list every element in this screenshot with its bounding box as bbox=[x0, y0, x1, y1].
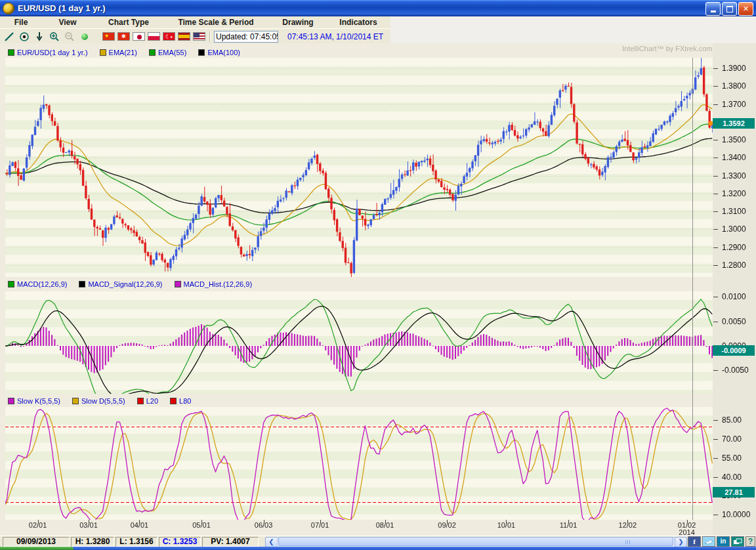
menu-bar: File View Chart Type Time Scale & Period… bbox=[0, 16, 390, 28]
status-date: 09/09/2013 bbox=[3, 537, 70, 547]
menu-indicators[interactable]: Indicators bbox=[328, 18, 388, 27]
window-title: EUR/USD (1 day 1 yr.) bbox=[18, 3, 106, 13]
legend-item: Slow D(5,5,5) bbox=[72, 397, 125, 405]
legend-item: L80 bbox=[170, 397, 191, 405]
legend-label: MACD_Signal(12,26,9) bbox=[88, 280, 162, 288]
legend-swatch bbox=[175, 281, 181, 287]
legend-item: MACD_Signal(12,26,9) bbox=[79, 280, 162, 288]
zoom-in-tool-icon[interactable] bbox=[49, 32, 60, 42]
stoch-tick-label: 70.00 bbox=[722, 434, 742, 444]
status-low: L: 1.3156 bbox=[116, 537, 158, 547]
toolbar-separator bbox=[209, 32, 211, 42]
legend-swatch bbox=[149, 49, 156, 56]
legend-label: EMA(55) bbox=[158, 49, 186, 56]
legend-swatch bbox=[100, 49, 106, 56]
legend-item: EMA(55) bbox=[149, 49, 186, 56]
date-axis-label: 03/01 bbox=[79, 522, 98, 529]
legend-label: EMA(21) bbox=[109, 49, 137, 56]
hong-kong-flag-icon[interactable]: ✽ bbox=[117, 32, 130, 41]
scroll-left-arrow[interactable]: ❮ bbox=[265, 537, 278, 547]
down-arrow-tool-icon[interactable] bbox=[33, 32, 45, 42]
date-axis-label: 02/01 bbox=[29, 522, 47, 529]
linkedin-icon[interactable]: in bbox=[717, 536, 730, 547]
legend-label: L80 bbox=[179, 397, 191, 405]
stoch-tick-label: 85.00 bbox=[722, 415, 742, 425]
menu-chart-type[interactable]: Chart Type bbox=[93, 18, 164, 27]
legend-swatch bbox=[72, 398, 79, 404]
legend-item: MACD_Hist.(12,26,9) bbox=[175, 280, 253, 288]
current-price-box: 1.3592 bbox=[713, 118, 755, 129]
price-tick-label: 1.2900 bbox=[722, 243, 746, 252]
scrollbar-thumb[interactable] bbox=[278, 537, 673, 546]
legend-label: MACD(12,26,9) bbox=[17, 280, 67, 288]
close-button[interactable]: ✕ bbox=[738, 2, 753, 16]
bar-filler bbox=[390, 16, 756, 43]
green-ball-icon bbox=[79, 32, 91, 42]
menu-file[interactable]: File bbox=[0, 18, 42, 27]
price-tick-label: 1.3900 bbox=[722, 64, 746, 73]
help-icon[interactable]: ? bbox=[746, 536, 755, 547]
scroll-right-arrow[interactable]: ❯ bbox=[675, 537, 687, 547]
legend-swatch bbox=[8, 49, 14, 56]
twitter-icon[interactable] bbox=[702, 536, 715, 547]
price-tick-label: 1.3300 bbox=[722, 171, 746, 180]
macd-tick-label: 0.0100 bbox=[722, 292, 746, 301]
poland-flag-icon[interactable] bbox=[148, 32, 160, 41]
legend-item: EMA(21) bbox=[100, 49, 137, 56]
date-axis-label: 11/01 bbox=[560, 522, 578, 529]
price-chart-canvas[interactable] bbox=[0, 43, 756, 536]
date-axis-label: 04/01 bbox=[131, 522, 149, 529]
status-high: H: 1.3280 bbox=[71, 537, 114, 547]
usa-flag-icon[interactable] bbox=[193, 32, 205, 41]
ellipse-tool-icon[interactable] bbox=[18, 32, 30, 42]
macd-tick-label: -0.0050 bbox=[722, 366, 749, 375]
window-bottom-edge bbox=[0, 547, 756, 550]
restore-button[interactable] bbox=[722, 2, 737, 16]
date-axis-label: 12/02 bbox=[619, 522, 637, 529]
turkey-flag-icon[interactable]: ☾ ★ bbox=[163, 32, 175, 41]
macd-tick-label: 0.0050 bbox=[722, 317, 746, 326]
date-axis-label: 08/01 bbox=[376, 522, 394, 529]
menu-view[interactable]: View bbox=[42, 18, 93, 27]
date-axis-label: 06/03 bbox=[255, 522, 273, 529]
menu-drawing[interactable]: Drawing bbox=[268, 18, 328, 27]
date-axis-label: 09/02 bbox=[438, 522, 456, 529]
price-tick-label: 1.3700 bbox=[722, 100, 746, 109]
date-axis-label: 07/01 bbox=[311, 522, 329, 529]
zoom-out-tool-icon[interactable] bbox=[64, 32, 75, 42]
japan-flag-icon[interactable] bbox=[133, 32, 145, 41]
app-window: EUR/USD (1 day 1 yr.) ✕ File View Chart … bbox=[0, 0, 756, 550]
date-axis-label: 05/01 bbox=[192, 522, 211, 529]
share-icon[interactable] bbox=[731, 536, 744, 547]
price-pane-legend: EUR/USD(1 day 1 yr.)EMA(21)EMA(55)EMA(10… bbox=[8, 49, 240, 56]
price-tick-label: 1.3100 bbox=[722, 207, 746, 216]
legend-swatch bbox=[137, 398, 144, 404]
line-tool-icon[interactable] bbox=[3, 32, 15, 42]
date-axis-label: 01/022014 bbox=[678, 522, 696, 536]
legend-label: L20 bbox=[146, 397, 158, 405]
date-axis-label: 10/01 bbox=[497, 522, 516, 529]
china-flag-icon[interactable]: ★ bbox=[102, 32, 115, 41]
legend-swatch bbox=[79, 281, 85, 287]
price-tick-label: 1.3500 bbox=[722, 135, 746, 144]
legend-label: Slow D(5,5,5) bbox=[81, 397, 125, 405]
legend-item: L20 bbox=[137, 397, 158, 405]
legend-item: MACD(12,26,9) bbox=[8, 280, 67, 288]
legend-swatch bbox=[170, 398, 177, 404]
updated-datetime: 07:45:13 AM, 1/10/2014 ET bbox=[287, 32, 383, 41]
price-tick-label: 1.3000 bbox=[722, 224, 746, 234]
stoch-tick-label: 40.00 bbox=[722, 473, 742, 482]
legend-item: Slow K(5,5,5) bbox=[8, 397, 60, 405]
legend-item: EMA(100) bbox=[198, 49, 240, 56]
minimize-button[interactable] bbox=[705, 2, 721, 16]
legend-swatch bbox=[8, 398, 14, 404]
menu-time-scale-period[interactable]: Time Scale & Period bbox=[164, 18, 268, 27]
title-bar: EUR/USD (1 day 1 yr.) ✕ bbox=[0, 0, 756, 16]
price-tick-label: 1.3200 bbox=[722, 189, 746, 198]
legend-label: EUR/USD(1 day 1 yr.) bbox=[17, 49, 88, 56]
price-tick-label: 1.3800 bbox=[722, 81, 746, 91]
spain-flag-icon[interactable] bbox=[178, 32, 190, 41]
legend-label: MACD_Hist.(12,26,9) bbox=[184, 280, 253, 288]
updated-label: Updated: 07:45:05 bbox=[214, 31, 278, 43]
facebook-icon[interactable]: f bbox=[688, 536, 701, 547]
